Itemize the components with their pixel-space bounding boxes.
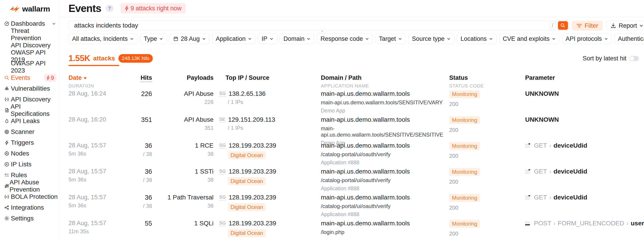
results-underline (68, 65, 119, 66)
checklist-icon (4, 172, 11, 178)
table-row[interactable]: 28 Aug, 15:57 5m 36s 36 / 38 1 Path Trav… (60, 192, 644, 218)
payload-count: 38 (154, 177, 214, 183)
sidebar-item-integrations[interactable]: Integrations (0, 202, 60, 213)
filter-chip-api-protocols[interactable]: API protocols (562, 34, 612, 44)
country-code[interactable]: SG (219, 169, 226, 174)
domain[interactable]: main-api.us.demo.wallarm.tools (321, 142, 448, 149)
filter-chip-type[interactable]: Type (140, 34, 167, 44)
filter-chip-label: Target (379, 35, 396, 42)
chevron-separator-icon (554, 220, 556, 227)
sidebar-item-api-leaks[interactable]: API Leaks (0, 116, 60, 126)
chevron-down-icon (604, 37, 608, 41)
target-icon (4, 129, 11, 134)
event-hits: 36 (127, 142, 152, 149)
filter-chip-target[interactable]: Target (375, 34, 406, 44)
search-button[interactable] (558, 21, 568, 30)
sidebar-item-label: Events (11, 74, 30, 81)
filter-chip-source-type[interactable]: Source type (408, 34, 454, 44)
collapse-filters-button[interactable] (318, 29, 327, 33)
column-date[interactable]: Date DURATION (68, 74, 127, 89)
sidebar-item-events[interactable]: Events9 (0, 72, 60, 83)
filter-chip-domain[interactable]: Domain (280, 34, 314, 44)
event-hits: 351 (127, 116, 152, 123)
country-code[interactable]: SG (219, 91, 226, 97)
sidebar-item-threat-prevention[interactable]: Threat Prevention (0, 29, 60, 40)
source-ip[interactable]: 128.199.203.239 (229, 194, 276, 201)
search-input[interactable] (69, 22, 550, 29)
table-row[interactable]: 28 Aug, 15:57 5m 36s 36 / 38 1 SSTi 38 S… (60, 166, 644, 192)
column-hits[interactable]: Hits (127, 74, 152, 81)
domain[interactable]: main-api.us.demo.wallarm.tools (321, 116, 448, 123)
source-ip[interactable]: 128.199.203.239 (229, 168, 276, 175)
sidebar-item-label: API Specifications (10, 103, 60, 118)
table-row[interactable]: 28 Aug, 15:57 5m 36s 36 / 38 1 RCE 38 SG… (60, 140, 644, 166)
chevron-down-icon (307, 37, 310, 41)
filter-label: Filter (584, 22, 598, 29)
filter-chip-application[interactable]: Application (212, 34, 255, 44)
table-row[interactable]: 28 Aug, 16:24 226 API Abuse 226 SG 138.2… (60, 88, 644, 114)
sidebar-item-vulnerabilities[interactable]: Vulnerabilities (0, 83, 60, 94)
provider-badge: Digital Ocean (228, 203, 266, 211)
filter-chip-ip[interactable]: IP (258, 34, 277, 44)
sidebar-item-triggers[interactable]: Triggers (0, 137, 60, 148)
attacks-now-label: 9 attacks right now (130, 5, 182, 12)
column-payloads: Payloads (154, 74, 214, 81)
download-icon (610, 23, 616, 29)
chevron-down-icon[interactable] (52, 22, 56, 26)
provider-badge: Digital Ocean (228, 177, 266, 185)
filter-chip-locations[interactable]: Locations (457, 34, 496, 44)
sidebar-item-scanner[interactable]: Scanner (0, 126, 60, 137)
report-button[interactable]: Report (606, 21, 644, 30)
source-ip[interactable]: 138.2.65.136 (229, 90, 266, 97)
filter-chip-28-aug[interactable]: 28 Aug (170, 34, 210, 44)
wallarm-logo[interactable]: wallarm (10, 4, 60, 13)
sidebar-item-api-abuse-prevention[interactable]: API Abuse Prevention (0, 181, 60, 191)
events-count: 9 (51, 74, 54, 81)
filter-chip-label: All attacks, Incidents (72, 35, 128, 42)
filter-chip-cve-and-exploits[interactable]: CVE and exploits (499, 34, 559, 44)
sidebar-item-settings[interactable]: Settings (0, 213, 60, 224)
domain[interactable]: main-api.us.demo.wallarm.tools (321, 168, 448, 175)
country-code[interactable]: SG (219, 221, 226, 226)
provider-badge: Digital Ocean (228, 151, 266, 159)
sidebar-item-label: BOLA Protection (11, 193, 58, 200)
domain[interactable]: main-api.us.demo.wallarm.tools (321, 90, 448, 97)
param-segment: GET (534, 168, 547, 175)
attack-count: 1.55K (68, 54, 90, 63)
domain[interactable]: main-api.us.demo.wallarm.tools (321, 194, 448, 201)
source-ip[interactable]: 128.199.203.239 (229, 142, 276, 149)
filter-chip-response-code[interactable]: Response code (317, 34, 372, 44)
lightning-icon (46, 76, 50, 80)
attacks-now-badge[interactable]: 9 attacks right now (121, 3, 186, 13)
filter-chip-authentication[interactable]: Authentication (614, 34, 644, 44)
help-icon[interactable]: ? (106, 4, 114, 12)
param-segment: POST (534, 220, 551, 227)
param-segment: GET (534, 194, 547, 201)
sidebar-item-bola-protection[interactable]: IDBOLA Protection (0, 191, 60, 202)
chevron-down-icon (640, 24, 643, 27)
parameter-value: GETdeviceUdid (525, 168, 643, 175)
table-row[interactable]: 28 Aug, 16:20 351 API Abuse 351 SE 129.1… (60, 114, 644, 140)
payload-type: 1 RCE (154, 142, 214, 149)
chevron-down-icon (248, 37, 252, 41)
source-ip[interactable]: 129.151.209.113 (228, 116, 275, 123)
sidebar-item-ip-lists[interactable]: IPIP Lists (0, 159, 60, 170)
sidebar-item-api-specifications[interactable]: API Specifications (0, 105, 60, 116)
application-name: Application #888 (321, 160, 448, 166)
sort-toggle[interactable] (629, 56, 639, 61)
hits-count-badge: 248.13K hits (118, 54, 153, 63)
results-summary: 1.55K attacks 248.13K hits (68, 54, 153, 63)
table-row[interactable]: 28 Aug, 15:57 11m 35s 55 1 SQLi SG 128.1… (60, 218, 644, 238)
filter-chip-label: Locations (460, 35, 487, 42)
domain[interactable]: main-api.us.demo.wallarm.tools (321, 220, 448, 227)
events-table-body: 28 Aug, 16:24 226 API Abuse 226 SG 138.2… (60, 88, 644, 238)
country-code[interactable]: SG (219, 143, 226, 148)
country-code[interactable]: SG (219, 195, 226, 200)
filter-button[interactable]: Filter (572, 21, 603, 31)
filter-chip-all-attacks-incidents[interactable]: All attacks, Incidents (68, 34, 138, 44)
country-code[interactable]: SE (219, 117, 226, 122)
source-ip[interactable]: 128.199.203.239 (229, 220, 276, 227)
sidebar-item-owasp-api-2023[interactable]: OWASP API 2023 (0, 62, 60, 72)
sidebar-item-nodes[interactable]: Nodes (0, 148, 60, 159)
parameter-value: GETdeviceUdid (525, 194, 643, 201)
